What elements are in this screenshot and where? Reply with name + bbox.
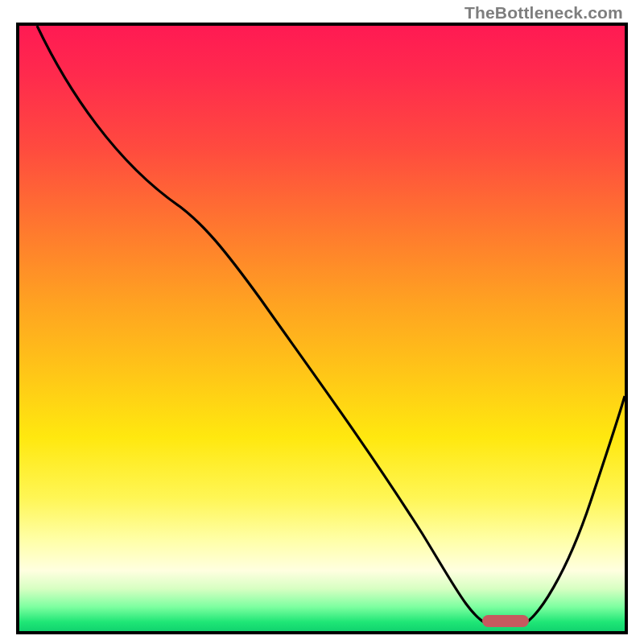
watermark-text: TheBottleneck.com: [464, 3, 623, 23]
chart-curve: [19, 26, 625, 631]
chart-frame: [16, 23, 628, 634]
optimal-marker: [482, 615, 529, 627]
bottleneck-curve-path: [37, 26, 625, 625]
